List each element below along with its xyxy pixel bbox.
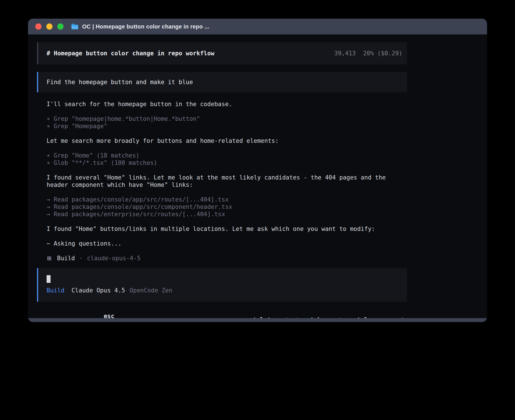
tool-call-grep-line: ∗ Grep "homepage|home.*button|Home.*butt… xyxy=(47,115,487,123)
agent-name: Build xyxy=(57,255,75,262)
agent-model: claude-opus-4-5 xyxy=(87,255,141,262)
input-meta-row: Build Claude Opus 4.5 OpenCode Zen xyxy=(47,287,398,294)
folder-icon xyxy=(71,23,79,30)
assistant-status: ~ Asking questions... xyxy=(47,240,487,247)
close-button[interactable] xyxy=(35,23,42,30)
assistant-message: I found several "Home" links. Let me loo… xyxy=(47,174,487,189)
tool-call-group: ∗ Grep "homepage|home.*button|Home.*butt… xyxy=(47,115,487,130)
zoom-button[interactable] xyxy=(57,23,64,30)
token-count: 39,413 xyxy=(334,50,356,57)
tool-call-read-line: → Read packages/console/app/src/componen… xyxy=(47,203,487,211)
tool-call-group: ∗ Grep "Home" (18 matches) ∗ Glob "**/*.… xyxy=(47,152,487,167)
prompt-input[interactable]: Build Claude Opus 4.5 OpenCode Zen xyxy=(37,268,407,302)
window-bottom-chrome xyxy=(28,318,487,322)
traffic-lights xyxy=(35,23,64,30)
assistant-message: I'll search for the homepage button in t… xyxy=(47,100,487,108)
asking-questions-line: ~ Asking questions... xyxy=(47,240,487,247)
session-title: # Homepage button color change in repo w… xyxy=(47,50,214,57)
agent-icon xyxy=(47,257,51,260)
minimize-button[interactable] xyxy=(46,23,53,30)
tool-call-group: → Read packages/console/app/src/routes/[… xyxy=(47,196,487,218)
assistant-message: I found "Home" buttons/links in multiple… xyxy=(47,225,487,233)
provider-name: OpenCode Zen xyxy=(130,287,173,294)
separator-dot: · xyxy=(79,255,83,262)
window-title: OC | Homepage button color change in rep… xyxy=(82,23,209,30)
tool-call-glob-line: ∗ Glob "**/*.tsx" (100 matches) xyxy=(47,159,487,167)
terminal-content: # Homepage button color change in repo w… xyxy=(28,34,487,322)
agent-status-line: Build · claude-opus-4-5 xyxy=(47,255,487,262)
user-message: Find the homepage button and make it blu… xyxy=(37,72,407,92)
assistant-text-line: Let me search more broadly for buttons a… xyxy=(47,137,487,145)
text-cursor xyxy=(47,275,51,283)
assistant-text-line: header component which have "Home" links… xyxy=(47,181,487,189)
transcript: I'll search for the homepage button in t… xyxy=(37,100,487,262)
mode-badge[interactable]: Build xyxy=(47,287,64,294)
assistant-text-line: I found "Home" buttons/links in multiple… xyxy=(47,225,487,233)
tool-call-grep-line: ∗ Grep "Home" (18 matches) xyxy=(47,152,487,159)
tool-call-read-line: → Read packages/console/app/src/routes/[… xyxy=(47,196,487,203)
session-stats: 39,413 20% ($0.29) xyxy=(334,50,402,57)
assistant-message: Let me search more broadly for buttons a… xyxy=(47,137,487,145)
tool-call-read-line: → Read packages/enterprise/src/routes/[.… xyxy=(47,211,487,218)
assistant-text-line: I'll search for the homepage button in t… xyxy=(47,100,487,108)
session-header: # Homepage button color change in repo w… xyxy=(37,42,407,64)
assistant-text-line: I found several "Home" links. Let me loo… xyxy=(47,174,487,181)
context-usage: 20% ($0.29) xyxy=(363,50,402,57)
terminal-window: OC | Homepage button color change in rep… xyxy=(28,19,487,322)
model-name: Claude Opus 4.5 xyxy=(71,287,125,294)
titlebar: OC | Homepage button color change in rep… xyxy=(28,19,487,34)
tool-call-grep-line: ∗ Grep "Homepage" xyxy=(47,123,487,130)
user-message-text: Find the homepage button and make it blu… xyxy=(47,79,193,86)
